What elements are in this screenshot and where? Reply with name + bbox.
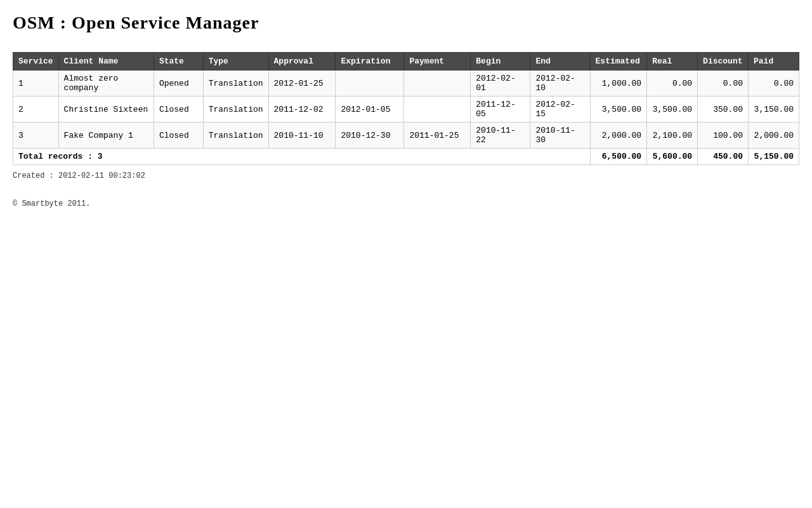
header-expiration: Expiration [336,53,404,70]
cell-begin: 2010-11-22 [471,123,530,149]
cell-payment [404,97,471,123]
header-payment: Payment [404,53,471,70]
cell-type: Translation [203,123,268,149]
cell-payment [404,70,471,97]
cell-state: Closed [154,123,203,149]
cell-end: 2010-11-30 [530,123,590,149]
cell-real: 3,500.00 [647,97,698,123]
cell-expiration [336,70,404,97]
report-table: Service Client Name State Type Approval … [13,52,799,165]
header-paid: Paid [749,53,799,70]
cell-service: 1 [13,70,59,97]
cell-discount: 100.00 [698,123,749,149]
cell-service: 2 [13,97,59,123]
cell-payment: 2011-01-25 [404,123,471,149]
cell-approval: 2012-01-25 [268,70,336,97]
cell-begin: 2012-02-01 [471,70,530,97]
header-client-name: Client Name [58,53,154,70]
table-footer-row: Total records : 3 6,500.00 5,600.00 450.… [13,149,799,165]
footer-real: 5,600.00 [647,149,698,165]
cell-expiration: 2012-01-05 [336,97,404,123]
cell-paid: 2,000.00 [749,123,799,149]
header-state: State [154,53,203,70]
footer-paid: 5,150.00 [749,149,799,165]
header-begin: Begin [471,53,530,70]
cell-expiration: 2010-12-30 [336,123,404,149]
header-service: Service [13,53,59,70]
header-end: End [530,53,590,70]
cell-type: Translation [203,97,268,123]
table-row: 2Christine SixteenClosedTranslation2011-… [13,97,799,123]
header-real: Real [647,53,698,70]
cell-approval: 2011-12-02 [268,97,336,123]
cell-end: 2012-02-15 [530,97,590,123]
table-row: 1Almost zero companyOpenedTranslation201… [13,70,799,97]
cell-client-name: Fake Company 1 [58,123,154,149]
copyright: © Smartbyte 2011. [13,199,799,208]
cell-begin: 2011-12-05 [471,97,530,123]
header-estimated: Estimated [590,53,647,70]
cell-estimated: 1,000.00 [590,70,647,97]
cell-discount: 0.00 [698,70,749,97]
cell-discount: 350.00 [698,97,749,123]
header-approval: Approval [268,53,336,70]
cell-service: 3 [13,123,59,149]
cell-real: 2,100.00 [647,123,698,149]
table-row: 3Fake Company 1ClosedTranslation2010-11-… [13,123,799,149]
cell-paid: 0.00 [749,70,799,97]
header-discount: Discount [698,53,749,70]
table-body: 1Almost zero companyOpenedTranslation201… [13,70,799,149]
page-title: OSM : Open Service Manager [13,13,799,33]
footer-discount: 450.00 [698,149,749,165]
cell-state: Opened [154,70,203,97]
cell-client-name: Almost zero company [58,70,154,97]
cell-client-name: Christine Sixteen [58,97,154,123]
cell-estimated: 3,500.00 [590,97,647,123]
cell-state: Closed [154,97,203,123]
header-type: Type [203,53,268,70]
table-header-row: Service Client Name State Type Approval … [13,53,799,70]
footer-estimated: 6,500.00 [590,149,647,165]
cell-estimated: 2,000.00 [590,123,647,149]
total-records-label: Total records : 3 [13,149,591,165]
cell-real: 0.00 [647,70,698,97]
cell-approval: 2010-11-10 [268,123,336,149]
cell-type: Translation [203,70,268,97]
created-info: Created : 2012-02-11 00:23:02 [13,171,799,180]
cell-paid: 3,150.00 [749,97,799,123]
cell-end: 2012-02-10 [530,70,590,97]
